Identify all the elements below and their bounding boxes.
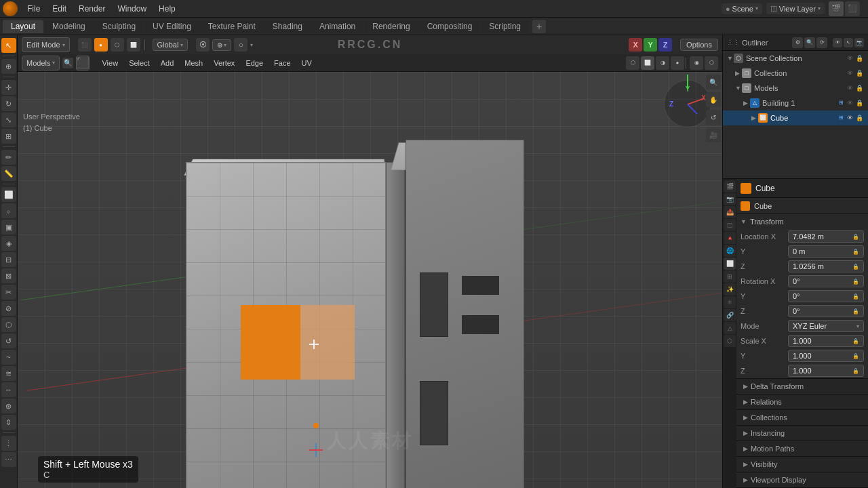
prop-tab-data[interactable]: △ — [724, 322, 736, 334]
shading-solid[interactable]: ⬜ — [641, 56, 654, 70]
snap-toggle[interactable]: ⦿ — [196, 38, 210, 52]
tool-bisect[interactable]: ⊘ — [1, 301, 16, 316]
tool-transform[interactable]: ⊞ — [1, 129, 16, 144]
scene-collection-eye[interactable]: 👁 — [845, 54, 854, 63]
tool-rip[interactable]: ⋯ — [1, 452, 16, 467]
vp-icon-pan[interactable]: ✋ — [706, 92, 721, 107]
xray-toggle[interactable]: ⬡ — [705, 56, 718, 70]
vertex-select-mode[interactable]: ● — [94, 38, 108, 52]
tool-select[interactable]: ↖ — [1, 38, 16, 53]
outliner-filter-btn[interactable]: ⚙ — [792, 37, 803, 48]
rotation-x-field[interactable]: 0° 🔒 — [788, 275, 864, 287]
prop-tab-particles[interactable]: ✨ — [724, 283, 736, 296]
location-y-field[interactable]: 0 m 🔒 — [788, 245, 864, 258]
tab-modeling[interactable]: Modeling — [44, 20, 94, 33]
add-workspace-button[interactable]: + — [532, 20, 546, 33]
tool-add-cube[interactable]: ⬜ — [1, 187, 16, 202]
menu-add[interactable]: Add — [157, 59, 178, 67]
tool-shrink-fatten[interactable]: ⊛ — [1, 399, 16, 413]
global-dropdown[interactable]: Global ▾ — [153, 39, 189, 51]
scale-x-field[interactable]: 1.000 🔒 — [788, 335, 864, 347]
menu-mesh[interactable]: Mesh — [180, 59, 207, 67]
scale-x-lock[interactable]: 🔒 — [852, 338, 859, 344]
viewport-area[interactable]: Edit Mode ▾ ⬛ ● ⬡ ⬜ Global ▾ ⦿ ⊕ ▾ ○ ▾ — [18, 35, 722, 488]
btn-y-axis[interactable]: Y — [644, 38, 657, 52]
rotation-y-field[interactable]: 0° 🔒 — [788, 290, 864, 302]
snap-dropdown[interactable]: ⊕ ▾ — [212, 39, 231, 51]
outliner-cube[interactable]: ▶ ⬜ Cube ⊞ 👁 🔒 — [723, 110, 868, 125]
scene-collection-restrict[interactable]: 🔒 — [854, 54, 864, 63]
tab-sculpting[interactable]: Sculpting — [94, 20, 144, 33]
menu-edge[interactable]: Edge — [241, 59, 267, 67]
render-button[interactable]: 🎬 — [829, 1, 844, 16]
menu-uv[interactable]: UV — [298, 59, 316, 67]
overlay-toggle[interactable]: ◉ — [690, 56, 703, 70]
menu-face[interactable]: Face — [270, 59, 294, 67]
tab-texture-paint[interactable]: Texture Paint — [200, 20, 264, 33]
tool-scale[interactable]: ⤡ — [1, 113, 16, 127]
edge-select-mode[interactable]: ⬡ — [111, 38, 124, 52]
tab-shading[interactable]: Shading — [264, 20, 311, 33]
transform-header[interactable]: ▼ Transform — [736, 214, 868, 229]
viewport-canvas[interactable]: X Y Z User Perspective (1) Cube 人人素材 Shi… — [18, 72, 722, 488]
scale-y-lock[interactable]: 🔒 — [852, 353, 859, 359]
location-x-lock[interactable]: 🔒 — [852, 234, 859, 240]
scene-3d[interactable]: X Y Z User Perspective (1) Cube 人人素材 Shi… — [18, 72, 722, 488]
shading-wireframe[interactable]: ⬡ — [626, 56, 639, 70]
tool-spin[interactable]: ↺ — [1, 333, 16, 348]
outliner-sync[interactable]: ⟳ — [816, 37, 827, 48]
menu-edit[interactable]: Edit — [47, 3, 72, 15]
prop-tab-modifier[interactable]: ⊞ — [724, 270, 736, 283]
tab-layout[interactable]: Layout — [3, 20, 43, 33]
tool-push-pull[interactable]: ⇕ — [1, 415, 16, 430]
location-z-field[interactable]: 1.0256 m 🔒 — [788, 260, 864, 272]
tool-smooth[interactable]: ~ — [1, 350, 16, 365]
tool-bevel[interactable]: ◈ — [1, 236, 16, 251]
visibility-header[interactable]: ▶ Visibility — [736, 457, 868, 472]
outliner-building1[interactable]: ▶ △ Building 1 ⊞ 👁 🔒 — [723, 96, 868, 110]
scale-z-lock[interactable]: 🔒 — [852, 368, 859, 374]
viewport-icon-1[interactable]: ⬛ — [78, 38, 92, 52]
menu-file[interactable]: File — [22, 3, 45, 15]
collection-eye[interactable]: 👁 — [845, 68, 854, 78]
restrict-view[interactable]: 👁 — [833, 38, 842, 47]
props-data-name[interactable]: Cube — [754, 202, 772, 210]
location-x-field[interactable]: 7.0482 m 🔒 — [788, 230, 864, 243]
vp-icon-zoom[interactable]: 🔍 — [706, 75, 721, 89]
models-eye[interactable]: 👁 — [845, 83, 854, 93]
tab-animation[interactable]: Animation — [311, 20, 363, 33]
prop-tab-output[interactable]: 📤 — [724, 206, 736, 218]
outliner-search[interactable]: 🔍 — [804, 37, 815, 48]
props-object-name[interactable]: Cube — [755, 184, 864, 193]
menu-select[interactable]: Select — [125, 59, 154, 67]
location-y-lock[interactable]: 🔒 — [852, 249, 859, 255]
prop-tab-view-layer[interactable]: ◫ — [724, 219, 736, 231]
scale-y-field[interactable]: 1.000 🔒 — [788, 350, 864, 362]
overlays-dropdown[interactable]: ⬛ — [76, 56, 90, 70]
location-z-lock[interactable]: 🔒 — [852, 264, 859, 270]
menu-render[interactable]: Render — [73, 3, 111, 15]
tab-rendering[interactable]: Rendering — [364, 20, 418, 33]
rotation-y-lock[interactable]: 🔒 — [852, 293, 859, 300]
rotation-x-lock[interactable]: 🔒 — [852, 279, 859, 285]
scene-name[interactable]: Scene — [732, 5, 753, 13]
motion-paths-header[interactable]: ▶ Motion Paths — [736, 441, 868, 456]
tool-cursor[interactable]: ⊕ — [1, 59, 16, 74]
tool-randomize[interactable]: ≋ — [1, 366, 16, 381]
shading-material[interactable]: ◑ — [656, 56, 669, 70]
menu-view[interactable]: View — [98, 59, 122, 67]
prop-tab-scene[interactable]: 🎬 — [724, 180, 736, 192]
tool-move[interactable]: ✛ — [1, 80, 16, 95]
tool-annotate[interactable]: ✏ — [1, 150, 16, 165]
tool-offset-edge[interactable]: ⊠ — [1, 268, 16, 283]
vp-icon-orbit[interactable]: ↺ — [706, 110, 721, 125]
models-restrict[interactable]: 🔒 — [854, 83, 864, 93]
prop-tab-constraint[interactable]: 🔗 — [724, 309, 736, 321]
render-animation-button[interactable]: ⬛ — [845, 1, 860, 16]
rotation-z-lock[interactable]: 🔒 — [852, 308, 859, 314]
collection-restrict[interactable]: 🔒 — [854, 68, 864, 78]
btn-x-axis[interactable]: X — [629, 38, 642, 52]
delta-transform-header[interactable]: ▶ Delta Transform — [736, 379, 868, 394]
viewport-display-header[interactable]: ▶ Viewport Display — [736, 472, 868, 487]
menu-vertex[interactable]: Vertex — [210, 59, 239, 67]
